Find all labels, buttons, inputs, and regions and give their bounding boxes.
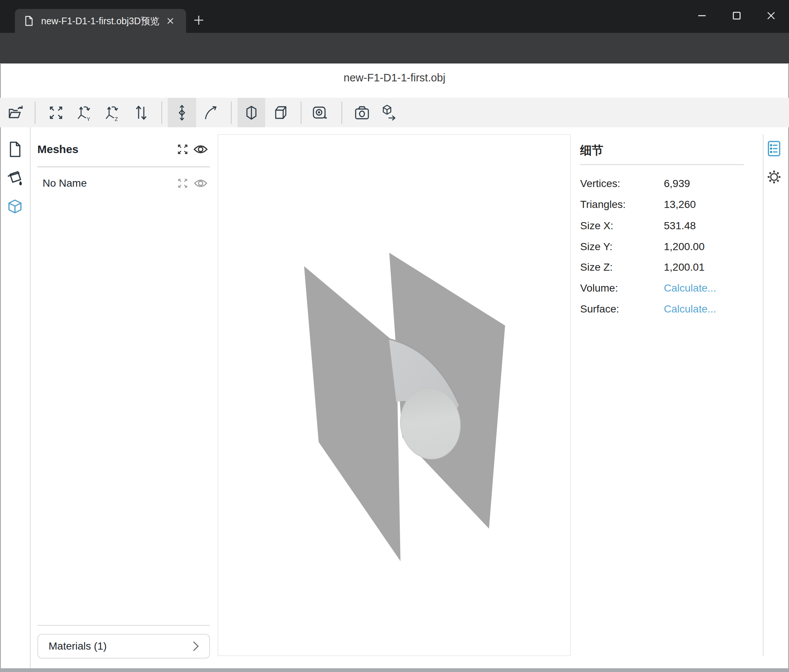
panel-divider (580, 164, 744, 165)
toolbar-separator (35, 102, 35, 124)
close-button[interactable] (756, 4, 786, 28)
rotate-z-icon[interactable]: Z (103, 104, 122, 122)
detail-row-surface: Surface: Calculate... (580, 302, 756, 317)
fit-mesh-icon[interactable] (174, 175, 191, 192)
flip-vertical-icon[interactable] (131, 104, 150, 122)
gear-icon[interactable] (763, 167, 784, 188)
detail-value: 531.48 (664, 220, 696, 232)
maximize-button[interactable] (722, 4, 752, 28)
mesh-name: No Name (37, 177, 174, 189)
detail-value: 6,939 (664, 178, 690, 189)
materials-label: Materials (1) (38, 640, 191, 652)
toolbar-separator (301, 102, 302, 124)
window-bottom-edge (0, 668, 789, 672)
details-list-icon[interactable] (763, 138, 784, 159)
left-plane (304, 266, 401, 561)
toolbar-separator (342, 102, 342, 124)
document-icon[interactable] (5, 139, 26, 160)
panel-divider (37, 167, 210, 167)
detail-value: 13,260 (664, 199, 696, 210)
meshes-title: Meshes (37, 143, 174, 156)
tab-close-icon[interactable] (165, 16, 176, 26)
detail-label: Vertices: (580, 178, 664, 189)
model-cube-icon[interactable] (5, 197, 26, 218)
visibility-eye-icon[interactable] (191, 141, 210, 158)
tab-favicon-document-icon (23, 15, 34, 27)
details-title: 细节 (580, 143, 603, 158)
detail-row-vertices: Vertices: 6,939 (580, 176, 756, 191)
detail-row-size-y: Size Y: 1,200.00 (580, 239, 756, 254)
chevron-right-icon (191, 640, 209, 653)
export-model-icon[interactable] (379, 104, 397, 122)
detail-value: 1,200.01 (664, 261, 704, 273)
svg-text:Y: Y (87, 116, 90, 122)
detail-row-size-z: Size Z: 1,200.01 (580, 260, 756, 275)
detail-label: Size Z: (580, 261, 664, 273)
model-canvas[interactable] (218, 134, 570, 656)
browser-tab[interactable]: new-F1-D1-1-first.obj3D预览 (15, 9, 186, 33)
meshes-panel-header: Meshes (37, 141, 210, 158)
move-icon[interactable] (172, 104, 191, 122)
app-window: new-F1-D1-1-first.obj3D预览 (0, 0, 789, 672)
measure-icon[interactable] (310, 104, 329, 122)
open-file-icon[interactable] (6, 104, 25, 122)
calculate-surface-link[interactable]: Calculate... (664, 303, 716, 315)
detail-label: Triangles: (580, 199, 664, 210)
fit-all-icon[interactable] (174, 141, 191, 158)
detail-label: Size X: (580, 220, 664, 232)
detail-label: Volume: (580, 282, 664, 294)
screenshot-icon[interactable] (353, 104, 371, 122)
detail-label: Surface: (580, 303, 664, 315)
calculate-volume-link[interactable]: Calculate... (664, 282, 716, 294)
new-tab-button[interactable] (190, 11, 208, 29)
material-icon[interactable] (5, 168, 26, 188)
panel-divider (37, 625, 210, 626)
browser-titlebar: new-F1-D1-1-first.obj3D预览 (0, 0, 789, 33)
box-view-icon[interactable] (271, 104, 289, 122)
detail-row-volume: Volume: Calculate... (580, 281, 756, 296)
mesh-list-item[interactable]: No Name (37, 175, 210, 191)
viewer-toolbar: Y Z (0, 98, 789, 127)
draw-line-icon[interactable] (202, 104, 220, 122)
toolbar-separator (231, 102, 232, 124)
toolbar-separator (161, 102, 162, 124)
split-view-icon[interactable] (242, 104, 261, 122)
mesh-visibility-eye-icon[interactable] (191, 175, 210, 192)
panel-divider (763, 134, 763, 656)
page-title: new-F1-D1-1-first.obj (0, 72, 789, 84)
model-render (218, 135, 570, 656)
detail-row-triangles: Triangles: 13,260 (580, 197, 756, 212)
materials-button[interactable]: Materials (1) (37, 634, 210, 659)
tab-title: new-F1-D1-1-first.obj3D预览 (41, 15, 165, 27)
detail-label: Size Y: (580, 241, 664, 253)
rotate-y-icon[interactable]: Y (75, 104, 94, 122)
detail-value: 1,200.00 (664, 241, 704, 253)
panel-divider (30, 127, 30, 668)
fit-view-icon[interactable] (47, 104, 65, 122)
detail-row-size-x: Size X: 531.48 (580, 218, 756, 233)
svg-text:Z: Z (115, 116, 118, 122)
minimize-button[interactable] (687, 4, 717, 28)
browser-navbar: https://file.kkview.cn/onlinePreview?url… (0, 33, 789, 64)
